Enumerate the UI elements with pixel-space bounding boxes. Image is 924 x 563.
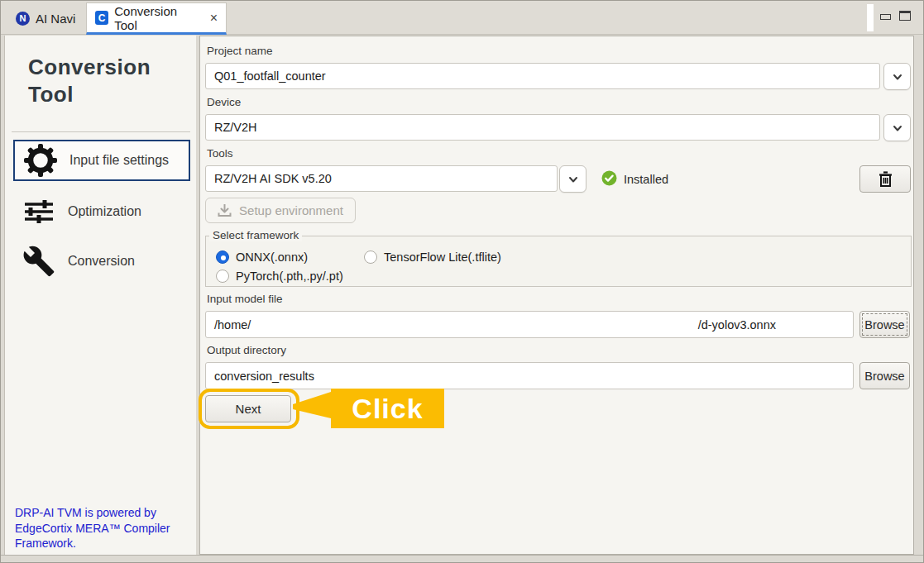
window-bottom-frame [1,555,923,563]
powered-by-text: DRP-AI TVM is powered by EdgeCortix MERA… [15,505,194,551]
sidebar-divider [12,131,190,132]
output-directory-value: conversion_results [214,370,314,383]
sidebar-item-label: Conversion [68,254,135,269]
device-field[interactable]: RZ/V2H [205,114,880,141]
main-panel: Project name Q01_footfall_counter Device… [199,36,914,555]
tools-dropdown-button[interactable] [559,165,586,193]
minimize-icon[interactable] [880,14,891,20]
radio-tensorflow-lite-label: TensorFlow Lite(.tflite) [384,250,501,264]
delete-tool-button[interactable] [859,165,911,193]
framework-groupbox: Select framework ONNX(.onnx) TensorFlow … [205,236,912,287]
sidebar-item-conversion[interactable]: Conversion [13,239,190,284]
framework-legend: Select framework [209,229,302,241]
device-dropdown-button[interactable] [883,114,911,141]
chevron-down-icon [891,70,904,83]
gear-icon [23,144,58,177]
sidebar-item-label: Input file settings [69,153,169,168]
tab-conversion-tool-label: Conversion Tool [114,4,199,32]
sidebar: Conversion Tool [4,36,196,555]
conversion-tool-icon: C [95,11,108,25]
sidebar-title: Conversion Tool [28,54,185,108]
device-label: Device [207,96,241,108]
chevron-down-icon [891,122,904,135]
installed-check-icon [601,170,617,189]
click-callout-tail [291,388,333,433]
sidebar-item-optimization[interactable]: Optimization [13,193,190,231]
output-directory-field[interactable]: conversion_results [205,362,854,389]
tab-ai-navi[interactable]: N AI Navi [7,4,84,32]
setup-environment-label: Setup environment [239,203,343,217]
tools-label: Tools [207,147,233,160]
project-name-dropdown-button[interactable] [883,63,911,90]
toolbar-separator [867,4,874,31]
next-button-label: Next [236,402,261,416]
chevron-down-icon [567,173,580,186]
download-icon [218,203,232,217]
input-model-browse-button[interactable]: Browse [859,311,910,338]
sliders-icon [22,199,56,224]
setup-environment-button[interactable]: Setup environment [205,198,356,223]
input-model-file-field[interactable]: /home/ /d-yolov3.onnx [205,311,854,338]
tools-value: RZ/V2H AI SDK v5.20 [214,172,332,185]
tab-conversion-tool[interactable]: C Conversion Tool × [86,2,227,35]
project-name-label: Project name [207,45,273,57]
input-model-path-right: /d-yolov3.onnx [698,318,776,332]
input-model-file-label: Input model file [207,293,283,305]
sidebar-item-label: Optimization [68,204,141,219]
ai-navi-icon: N [16,12,30,26]
sidebar-item-input-file-settings[interactable]: Input file settings [13,140,190,181]
output-directory-browse-button[interactable]: Browse [859,362,910,389]
app-window: N AI Navi C Conversion Tool × Conversion… [0,0,924,563]
radio-pytorch[interactable]: PyTorch(.pth,.py/.pt) [216,270,343,283]
close-tab-icon[interactable]: × [210,12,218,25]
title-bar: N AI Navi C Conversion Tool × [1,1,923,35]
project-name-value: Q01_footfall_counter [214,69,326,83]
next-button[interactable]: Next [205,395,291,422]
click-callout-text: Click [352,393,423,425]
radio-button-icon [216,250,229,264]
radio-button-icon [216,270,229,283]
radio-onnx-label: ONNX(.onnx) [236,250,308,264]
maximize-icon[interactable] [899,11,911,21]
installed-status-text: Installed [624,173,668,186]
radio-pytorch-label: PyTorch(.pth,.py/.pt) [236,270,343,283]
click-callout-box: Click [331,389,444,428]
radio-tensorflow-lite[interactable]: TensorFlow Lite(.tflite) [364,250,501,264]
project-name-field[interactable]: Q01_footfall_counter [205,63,880,89]
output-directory-label: Output directory [207,344,286,356]
browse-label: Browse [864,370,904,383]
device-value: RZ/V2H [214,121,257,134]
radio-button-icon [364,250,377,264]
browse-label: Browse [864,318,904,332]
radio-onnx[interactable]: ONNX(.onnx) [216,250,308,264]
wrench-icon [22,245,56,278]
tab-ai-navi-label: AI Navi [36,12,75,26]
input-model-path-left: /home/ [214,318,251,332]
tools-field[interactable]: RZ/V2H AI SDK v5.20 [205,165,558,192]
trash-icon [878,171,893,188]
